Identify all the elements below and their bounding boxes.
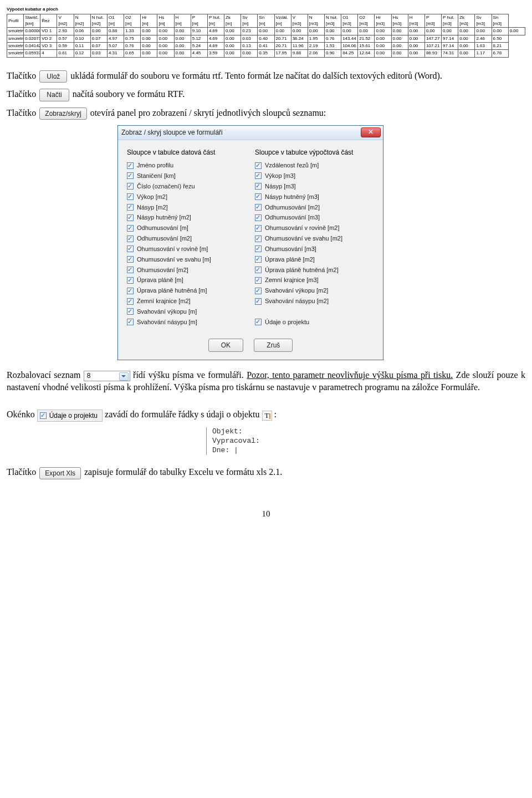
checkbox-icon[interactable] <box>255 183 262 190</box>
table-header: P[m3] <box>424 14 441 28</box>
dialog-check-row[interactable]: Ohumusování [m3] <box>255 245 374 253</box>
table-header: N[m2] <box>74 14 90 28</box>
table-cell: 36.24 <box>291 35 308 42</box>
dialog-col-left: Sloupce v tabulce datová část Jméno prof… <box>127 148 246 329</box>
table-cell: 0.00 <box>308 28 324 35</box>
dialog-check-row[interactable]: Jméno profilu <box>127 161 246 170</box>
dialog-check-row[interactable]: Úprava pláně [m] <box>127 276 246 284</box>
udaje-checkbox-wrap[interactable]: Údaje o projektu <box>37 410 103 422</box>
font-size-select[interactable]: 8 <box>84 371 130 381</box>
checkbox-icon[interactable] <box>127 277 134 284</box>
table-cell: 0.40 <box>258 35 274 42</box>
zobrazskryj-button[interactable]: Zobraz/skryj <box>39 108 86 120</box>
dialog-check-row[interactable]: Svahování násypu [m2] <box>255 297 374 305</box>
table-row: smoletnik.kon40.020710VD 20.570.100.074.… <box>7 35 525 42</box>
checkbox-icon[interactable] <box>127 245 134 252</box>
checkbox-icon[interactable] <box>127 288 134 294</box>
checkbox-icon[interactable] <box>127 183 134 190</box>
checkbox-icon[interactable] <box>127 236 134 242</box>
obj-line: Dne: | <box>212 446 295 456</box>
checkbox-icon[interactable] <box>255 225 262 232</box>
dialog-col1-title: Sloupce v tabulce datová část <box>127 148 246 157</box>
export-xls-button[interactable]: Export Xls <box>39 467 81 479</box>
dialog-check-row[interactable]: Ohumusování v rovině [m2] <box>255 224 374 232</box>
checkbox-icon[interactable] <box>255 236 262 242</box>
checkbox-icon[interactable] <box>127 267 134 273</box>
dialog-check-row[interactable]: Úprava pláně hutněná [m2] <box>255 266 374 274</box>
ok-button[interactable]: OK <box>208 339 243 352</box>
nacti-button[interactable]: Načti <box>39 89 69 101</box>
dialog-check-row[interactable]: Číslo (označení) řezu <box>127 182 246 191</box>
checkbox-icon[interactable] <box>255 162 262 169</box>
checkbox-icon[interactable] <box>127 319 134 325</box>
checkbox-icon[interactable] <box>127 162 134 169</box>
table-cell: 0.75 <box>124 35 141 42</box>
checkbox-icon[interactable] <box>255 172 262 179</box>
checkbox-icon[interactable] <box>127 298 134 305</box>
dialog-check-row[interactable]: Zemní krajnice [m2] <box>127 297 246 305</box>
checkbox-icon[interactable] <box>40 412 47 419</box>
dialog-check-row[interactable]: Odhumusování [m2] <box>255 203 374 212</box>
checkbox-icon[interactable] <box>127 214 134 221</box>
dialog-check-row[interactable]: Výkop [m3] <box>255 172 374 180</box>
checkbox-icon[interactable] <box>255 319 262 325</box>
checkbox-icon[interactable] <box>255 267 262 273</box>
dialog-check-row[interactable]: Násyp [m2] <box>127 203 246 212</box>
table-cell: 15.61 <box>358 42 375 49</box>
para-select: Rozbalovací seznam 8 řídí výšku písma ve… <box>7 369 525 393</box>
table-header: Řez <box>40 14 57 28</box>
table-cell: 11.96 <box>291 42 308 49</box>
dialog-check-row[interactable]: Násyp [m3] <box>255 182 374 191</box>
checkbox-icon[interactable] <box>127 193 134 200</box>
dialog-check-row[interactable]: Zemní krajnice [m3] <box>255 276 374 284</box>
checkbox-icon[interactable] <box>255 214 262 221</box>
checkbox-icon[interactable] <box>255 256 262 263</box>
dialog-check-row[interactable]: Úprava pláně hutněná [m] <box>127 287 246 295</box>
dialog-check-row[interactable]: Svahování násypu [m] <box>127 318 246 326</box>
checkbox-label: Číslo (označení) řezu <box>137 182 195 191</box>
table-cell: 0.76 <box>324 35 341 42</box>
dialog-check-row[interactable]: Ohumusování ve svahu [m2] <box>255 234 374 243</box>
table-cell: 0.65 <box>124 50 141 57</box>
text: zapisuje formulář do tabulky Excelu ve f… <box>84 467 282 477</box>
uloz-button[interactable]: Ulož <box>39 70 67 83</box>
dialog-check-row[interactable]: Odhumusování [m3] <box>255 213 374 222</box>
dialog-check-row[interactable]: Staničení [km] <box>127 172 246 180</box>
dialog-check-row[interactable]: Ohumusování ve svahu [m] <box>127 255 246 264</box>
checkbox-label: Odhumusování [m2] <box>137 234 192 243</box>
cancel-button[interactable]: Zruš <box>254 339 293 352</box>
dialog-check-row[interactable]: Úprava pláně [m2] <box>255 255 374 264</box>
checkbox-icon[interactable] <box>127 225 134 232</box>
dialog-check-row[interactable]: Násyp hutněný [m2] <box>127 213 246 222</box>
dialog-check-row[interactable]: Svahování výkopu [m] <box>127 308 246 316</box>
checkbox-icon[interactable] <box>255 204 262 211</box>
checkbox-icon[interactable] <box>255 193 262 200</box>
dialog-check-row[interactable]: Ohumusování v rovině [m] <box>127 245 246 253</box>
dialog-check-row[interactable]: Ohumusování [m2] <box>127 266 246 274</box>
checkbox-icon[interactable] <box>127 204 134 211</box>
dialog-check-row[interactable]: Odhumusování [m2] <box>127 234 246 243</box>
table-cell: 0.00 <box>458 50 475 57</box>
checkbox-icon[interactable] <box>255 277 262 284</box>
table-cell: 0.00 <box>375 50 391 57</box>
dialog-check-row[interactable]: Svahování výkopu [m2] <box>255 287 374 295</box>
checkbox-icon[interactable] <box>127 172 134 179</box>
checkbox-icon[interactable] <box>255 298 262 305</box>
dialog-check-row[interactable]: Vzdálenost řezů [m] <box>255 161 374 170</box>
dialog-check-row[interactable]: Výkop [m2] <box>127 193 246 201</box>
table-header: N hut.[m2] <box>90 14 107 28</box>
dialog-check-row[interactable]: Odhumusování [m] <box>127 224 246 232</box>
checkbox-icon[interactable] <box>127 308 134 315</box>
dialog-check-row[interactable]: Násyp hutněný [m3] <box>255 193 374 201</box>
checkbox-icon[interactable] <box>255 245 262 252</box>
close-icon[interactable]: ✕ <box>361 127 381 137</box>
table-cell: 0.00 <box>375 28 391 35</box>
table-header: P hut.[m] <box>207 14 224 28</box>
dialog-check-row[interactable]: Údaje o projektu <box>255 318 374 326</box>
table-cell: 1.33 <box>124 28 141 35</box>
checkbox-icon[interactable] <box>127 256 134 263</box>
table-header: Hr[m] <box>141 14 157 28</box>
table-cell: 0.00 <box>458 42 475 49</box>
dialog-col2-title: Sloupce v tabulce výpočtová část <box>255 148 374 157</box>
checkbox-icon[interactable] <box>255 288 262 294</box>
